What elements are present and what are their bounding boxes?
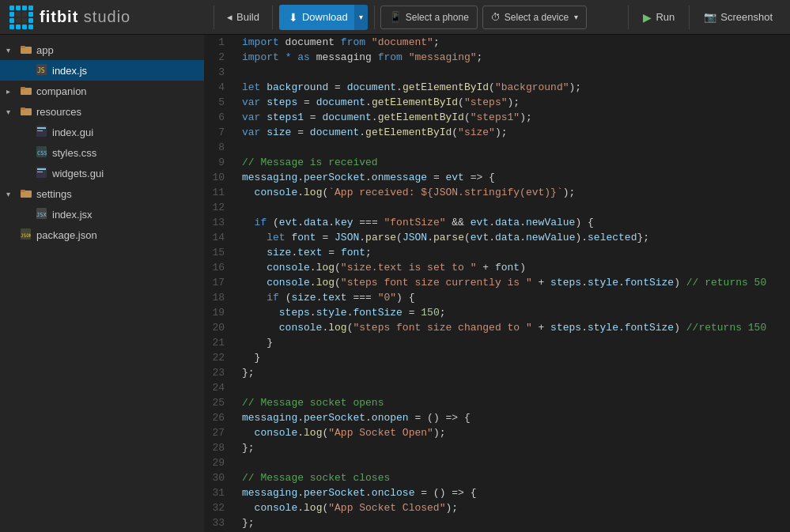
line-number: 31	[204, 485, 236, 500]
code-line-6: 6var steps1 = document.getElementById("s…	[204, 110, 790, 125]
line-number: 11	[204, 185, 236, 200]
line-content	[236, 65, 790, 80]
sidebar-item-widgets.gui[interactable]: widgets.gui	[0, 163, 204, 183]
token-plain: )	[674, 322, 680, 334]
sidebar-item-styles.css[interactable]: CSSstyles.css	[0, 142, 204, 163]
line-content	[236, 140, 790, 155]
token-plain: ) {	[575, 217, 593, 228]
token-str: "App Socket Open"	[328, 427, 433, 439]
tree-item-label: resources	[36, 106, 81, 118]
sidebar-item-app[interactable]: ▾app	[0, 40, 204, 60]
select-phone-button[interactable]: 📱 Select a phone	[380, 6, 478, 29]
run-icon: ▶	[643, 11, 652, 24]
code-line-25: 25// Message socket opens	[204, 395, 790, 410]
line-number: 1	[204, 35, 236, 50]
download-caret-button[interactable]: ▾	[354, 5, 368, 30]
token-plain: =	[297, 96, 316, 108]
build-button[interactable]: ◂ Build	[217, 5, 269, 30]
sidebar-item-index.gui[interactable]: index.gui	[0, 122, 204, 142]
token-plain	[242, 292, 266, 304]
token-var: size	[266, 126, 291, 138]
sidebar-item-companion[interactable]: ▸companion	[0, 81, 204, 101]
screenshot-button[interactable]: 📷 Screenshot	[693, 5, 784, 30]
token-var: steps	[279, 307, 310, 319]
line-number: 3	[204, 65, 236, 80]
token-plain	[242, 322, 279, 334]
select-device-label: Select a device	[505, 12, 569, 23]
token-var: background	[266, 81, 328, 93]
token-fn: getElementById	[372, 96, 458, 108]
logo-area: fitbit studio	[6, 6, 210, 29]
token-plain: ===	[347, 292, 378, 304]
token-plain: .	[396, 81, 403, 93]
code-line-11: 11 console.log(`App received: ${JSON.str…	[204, 185, 790, 200]
line-number: 23	[204, 365, 236, 380]
folder-icon	[21, 43, 33, 57]
token-prop: fontSize	[625, 277, 674, 289]
token-var: font	[341, 247, 365, 258]
sidebar: ▾appJSindex.js▸companion▾resourcesindex.…	[0, 35, 204, 532]
token-kw: import	[242, 36, 279, 48]
tree-item-label: widgets.gui	[52, 168, 104, 179]
code-line-17: 17 console.log("steps font size currentl…	[204, 275, 790, 290]
token-fn: log	[316, 262, 335, 274]
separator-5	[689, 6, 690, 29]
token-plain: .	[618, 277, 625, 289]
token-var: console	[255, 427, 298, 439]
select-device-button[interactable]: ⏱ Select a device ▾	[482, 6, 587, 29]
line-number: 18	[204, 290, 236, 305]
chevron-icon: ▾	[6, 46, 17, 55]
sidebar-item-package.json[interactable]: JSONpackage.json	[0, 224, 204, 245]
sidebar-item-resources[interactable]: ▾resources	[0, 101, 204, 122]
svg-text:JS: JS	[37, 67, 45, 74]
token-plain: (	[396, 232, 403, 243]
token-plain: };	[242, 367, 255, 379]
code-editor[interactable]: 1import document from "document";2import…	[204, 35, 790, 532]
sidebar-item-index.jsx[interactable]: JSXindex.jsx	[0, 204, 204, 224]
separator-4	[628, 6, 629, 29]
line-number: 10	[204, 170, 236, 185]
token-plain: messaging	[310, 51, 378, 63]
code-line-30: 30// Message socket closes	[204, 470, 790, 485]
token-num: 150	[421, 307, 439, 319]
token-plain: (	[452, 126, 458, 138]
token-var: console	[279, 322, 323, 334]
token-plain: (	[335, 262, 341, 274]
run-button[interactable]: ▶ Run	[632, 5, 686, 30]
token-prop: data	[495, 217, 520, 228]
code-line-4: 4let background = document.getElementByI…	[204, 80, 790, 95]
separator-1	[214, 6, 214, 29]
sidebar-item-index.js[interactable]: JSindex.js	[0, 60, 204, 81]
token-var: console	[266, 277, 310, 289]
line-content: var steps = document.getElementById("ste…	[236, 95, 790, 110]
token-plain: }	[242, 337, 273, 349]
token-plain: )	[520, 262, 526, 274]
token-plain: .	[618, 322, 625, 334]
download-icon: ⬇	[289, 11, 298, 24]
line-content: messaging.peerSocket.onmessage = evt => …	[236, 170, 790, 185]
token-plain: .	[520, 232, 526, 243]
logo-studio: studio	[78, 8, 130, 25]
code-line-33: 33};	[204, 515, 790, 530]
run-label: Run	[656, 11, 675, 23]
token-str: "messaging"	[409, 51, 477, 63]
code-line-12: 12	[204, 200, 790, 215]
token-var: messaging	[242, 487, 297, 499]
token-plain	[242, 307, 279, 319]
download-button[interactable]: ⬇ Download	[279, 5, 357, 30]
svg-text:JSX: JSX	[36, 212, 47, 218]
token-plain: .	[328, 217, 335, 228]
sidebar-item-settings[interactable]: ▾settings	[0, 183, 204, 204]
separator-2	[272, 6, 273, 29]
token-str: "background"	[495, 81, 569, 93]
svg-text:JSON: JSON	[21, 232, 31, 238]
token-prop: fontSize	[625, 322, 674, 334]
token-plain: (	[489, 81, 495, 93]
line-number: 24	[204, 380, 236, 395]
token-plain	[403, 51, 409, 63]
token-var: size	[266, 247, 291, 258]
code-line-26: 26messaging.peerSocket.onopen = () => {	[204, 410, 790, 425]
chevron-icon: ▸	[6, 87, 17, 96]
token-kw: if	[255, 217, 267, 228]
token-plain	[242, 247, 266, 258]
